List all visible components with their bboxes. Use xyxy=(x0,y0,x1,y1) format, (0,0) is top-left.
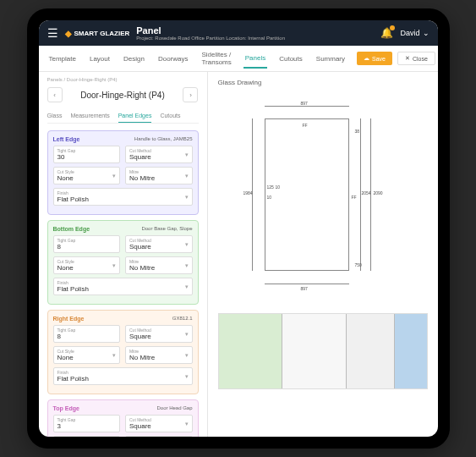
right-edge-card: Right EdgeGX812.1 Tight Gap8 Cut MethodS… xyxy=(47,310,199,394)
drawing-title: Glass Drawing xyxy=(218,79,428,86)
right-mitre-select[interactable]: MitreNo Mitre xyxy=(125,346,193,364)
prev-panel-button[interactable]: ‹ xyxy=(47,87,63,102)
bottom-style-select[interactable]: Cut StyleNone xyxy=(53,256,121,274)
tab-template[interactable]: Template xyxy=(47,50,78,68)
top-gap-input[interactable]: Tight Gap3 xyxy=(53,415,121,432)
main-tabs: Template Layout Design Doorways Sidelite… xyxy=(39,46,438,72)
right-gap-input[interactable]: Tight Gap8 xyxy=(53,325,121,343)
top-edge-card: Top EdgeDoor Head Gap Tight Gap3 Cut Met… xyxy=(47,399,199,437)
top-style-select[interactable]: Cut StyleNone xyxy=(53,436,121,437)
subtab-panel-edges[interactable]: Panel Edges xyxy=(118,109,152,123)
left-style-select[interactable]: Cut StyleNone xyxy=(53,167,121,184)
user-menu[interactable]: David ⌄ xyxy=(400,29,429,37)
left-finish-select[interactable]: FinishFlat Polish xyxy=(53,188,193,206)
tab-cutouts[interactable]: Cutouts xyxy=(277,50,304,68)
subtab-glass[interactable]: Glass xyxy=(47,109,63,123)
top-mitre-select[interactable]: MitreNo Mitre xyxy=(125,436,193,437)
bottom-method-select[interactable]: Cut MethodSquare xyxy=(125,235,193,253)
bottom-edge-card: Bottom EdgeDoor Base Gap, Slope Tight Ga… xyxy=(47,220,199,305)
chevron-down-icon: ⌄ xyxy=(423,29,429,37)
next-panel-button[interactable]: › xyxy=(183,87,198,102)
page-subtitle: Project: Rosedale Road Office Partition … xyxy=(136,36,374,41)
left-gap-input[interactable]: Tight Gap30 xyxy=(53,146,121,163)
right-method-select[interactable]: Cut MethodSquare xyxy=(125,325,193,343)
panel-title: Door-Hinge-Right (P4) xyxy=(80,91,164,100)
tab-design[interactable]: Design xyxy=(122,50,146,68)
tab-panels[interactable]: Panels xyxy=(243,49,267,69)
left-mitre-select[interactable]: MitreNo Mitre xyxy=(125,167,193,184)
notification-icon[interactable]: 🔔 xyxy=(380,27,393,39)
right-finish-select[interactable]: FinishFlat Polish xyxy=(53,367,193,385)
bottom-gap-input[interactable]: Tight Gap8 xyxy=(53,235,121,253)
tab-summary[interactable]: Summary xyxy=(315,50,347,68)
page-title: Panel xyxy=(136,25,374,36)
top-method-select[interactable]: Cut MethodSquare xyxy=(125,415,193,432)
left-method-select[interactable]: Cut MethodSquare xyxy=(125,146,193,163)
brand-logo: ◆SMART GLAZIER xyxy=(65,29,130,38)
left-edge-card: Left EdgeHandle to Glass, JAMB25 Tight G… xyxy=(47,130,199,215)
subtab-cutouts[interactable]: Cutouts xyxy=(160,109,180,123)
bottom-finish-select[interactable]: FinishFlat Polish xyxy=(53,278,193,295)
elevation-view xyxy=(218,313,428,389)
menu-icon[interactable]: ☰ xyxy=(47,26,58,40)
close-button[interactable]: ✕ Close xyxy=(397,52,435,65)
breadcrumb: Panels / Door-Hinge-Right (P4) xyxy=(47,77,199,82)
tab-layout[interactable]: Layout xyxy=(88,50,112,68)
right-style-select[interactable]: Cut StyleNone xyxy=(53,346,121,364)
subtab-measurements[interactable]: Measurements xyxy=(70,109,109,123)
bottom-mitre-select[interactable]: MitreNo Mitre xyxy=(125,256,193,274)
tab-sidelites[interactable]: Sidelites / Transoms xyxy=(200,46,233,71)
tab-doorways[interactable]: Doorways xyxy=(156,50,190,68)
save-button[interactable]: ☁ Save xyxy=(357,52,392,65)
glass-drawing: 897 FF FF 38 2090 2054 125 10 1984 10 75… xyxy=(218,93,428,305)
